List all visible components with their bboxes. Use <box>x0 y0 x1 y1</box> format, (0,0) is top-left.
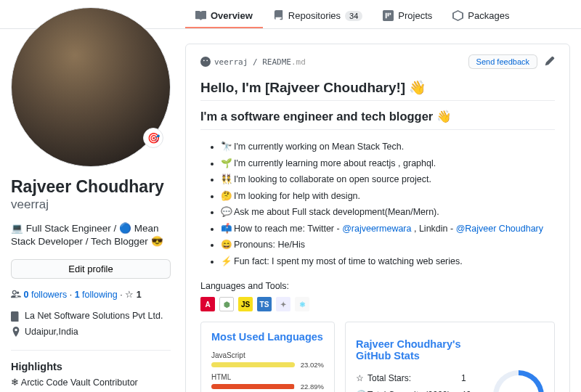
stat-row: ☆Total Stars:1 <box>356 370 480 387</box>
card-title: Most Used Languages <box>211 331 324 343</box>
repo-icon <box>273 10 284 21</box>
package-icon <box>452 10 463 21</box>
react-icon: ⚛ <box>295 297 309 311</box>
star-icon: ☆ <box>125 290 136 300</box>
angular-icon: A <box>200 297 215 311</box>
language-name: HTML <box>211 373 324 381</box>
highlight-item: ❄ Arctic Code Vault Contributor <box>11 377 171 388</box>
tab-label: Projects <box>398 10 432 21</box>
company: La Net Software Solutions Pvt Ltd. <box>25 309 163 324</box>
list-item: ⚡Fun fact: I spent my most of time to wa… <box>221 253 555 270</box>
readme-hello: Hello, I'm [Rajveer Choudhary!] 👋 <box>200 79 555 96</box>
list-item: 👯I'm looking to collaborate on open sour… <box>221 171 555 188</box>
profile-bio: 💻 Full Stack Engineer / 🔵 Mean Stack Dev… <box>11 222 171 250</box>
tab-label: Overview <box>211 10 253 21</box>
send-feedback-button[interactable]: Send feedback <box>468 54 537 69</box>
language-bar <box>211 362 295 367</box>
list-item: 💬Ask me about Full stack development(Mea… <box>221 204 555 221</box>
edit-readme-button[interactable] <box>545 56 555 68</box>
card-title: Rajveer Choudhary's GitHub Stats <box>356 338 480 362</box>
avatar-container: 🎯 <box>11 7 171 167</box>
tab-projects[interactable]: Projects <box>373 4 442 28</box>
readme-subtitle: I'm a software engineer and tech blogger… <box>200 110 555 123</box>
list-item: 😄Pronouns: He/His <box>221 237 555 253</box>
follow-stats: 0 followers · 1 following · ☆ 1 <box>11 289 171 300</box>
tools-label: Languages and Tools: <box>200 281 555 291</box>
location-icon <box>11 327 21 337</box>
list-item: 🔭I'm currently working on Mean Stack Tec… <box>221 139 555 155</box>
tab-repositories[interactable]: Repositories 34 <box>263 4 373 28</box>
pencil-icon <box>545 56 555 66</box>
grade-value: A+ <box>498 375 539 392</box>
languages-card: Most Used Languages JavaScript 23.02% HT… <box>200 322 335 392</box>
language-name: JavaScript <box>211 351 324 359</box>
twitter-link[interactable]: @rajveermewara <box>342 224 411 234</box>
tab-label: Packages <box>468 10 509 21</box>
tab-label: Repositories <box>288 10 341 21</box>
project-icon <box>383 10 394 21</box>
edit-profile-button[interactable]: Edit profile <box>11 259 171 279</box>
profile-meta: La Net Software Solutions Pvt Ltd. Udaip… <box>11 309 171 340</box>
language-bar <box>211 384 295 389</box>
readme-panel: veerraj / README.md Send feedback Hello,… <box>185 44 570 392</box>
status-badge[interactable]: 🎯 <box>143 128 163 148</box>
following-link[interactable]: 1 following <box>75 290 118 300</box>
profile-name: Rajveer Choudhary <box>11 177 171 197</box>
organization-icon <box>11 311 21 322</box>
readme-path: veerraj / README.md <box>200 57 306 67</box>
people-icon <box>11 289 21 299</box>
highlights-heading: Highlights <box>11 361 171 372</box>
tool-icon: ✦ <box>276 297 290 311</box>
list-item: 🌱I'm currently learning more about react… <box>221 155 555 172</box>
clock-icon: 🕑 <box>356 387 367 392</box>
list-item: 🤔I'm looking for help with design. <box>221 188 555 205</box>
list-item: 📫How to reach me: Twitter - @rajveermewa… <box>221 221 555 237</box>
star-icon: ☆ <box>356 370 367 387</box>
followers-link[interactable]: 0 followers <box>23 290 67 300</box>
smiley-icon <box>200 57 211 67</box>
profile-login: veerraj <box>11 197 171 212</box>
grade-ring: A+ <box>493 370 544 392</box>
book-icon <box>195 10 206 21</box>
tool-icons: A ⬢ JS TS ✦ ⚛ <box>200 297 555 311</box>
linkedin-link[interactable]: @Rajveer Choudhary <box>456 224 543 234</box>
javascript-icon: JS <box>238 297 253 311</box>
profile-sidebar: 🎯 Rajveer Choudhary veerraj 💻 Full Stack… <box>11 29 185 392</box>
node-icon: ⬢ <box>219 297 234 311</box>
github-stats-card: Rajveer Choudhary's GitHub Stats ☆Total … <box>345 322 555 392</box>
language-percent: 22.89% <box>299 383 324 391</box>
language-percent: 23.02% <box>299 361 324 369</box>
stat-row: 🕑Total Commits (2020):46 <box>356 387 480 392</box>
repo-count-badge: 34 <box>345 11 362 21</box>
tab-overview[interactable]: Overview <box>185 4 263 28</box>
tab-packages[interactable]: Packages <box>442 4 519 28</box>
typescript-icon: TS <box>257 297 272 311</box>
readme-bullets: 🔭I'm currently working on Mean Stack Tec… <box>200 139 555 269</box>
star-count: 1 <box>137 290 142 300</box>
location: Udaipur,India <box>25 324 78 340</box>
